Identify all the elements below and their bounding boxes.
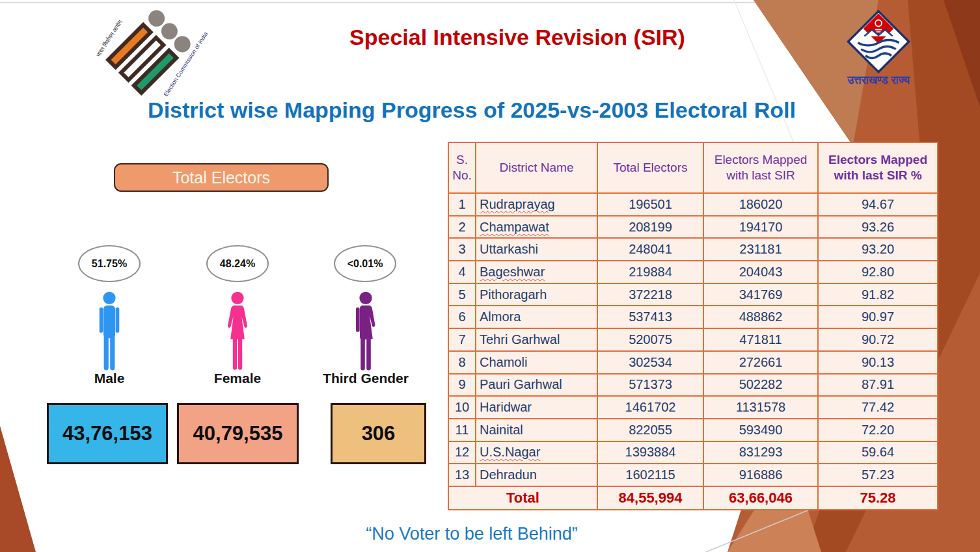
cell-total: 302534 [597,351,703,374]
cell-mapped: 488862 [703,306,818,328]
table-row: 11Nainital82205559349072.20 [448,419,938,441]
uttarakhand-logo-caption: उत्तराखण्ड राज्य [836,74,921,87]
uttarakhand-emblem-icon [839,9,918,74]
cell-total: 248041 [597,238,703,261]
cell-district: Bageshwar [476,261,597,283]
cell-total: 196501 [597,193,703,216]
top-divider-line [0,2,755,3]
cell-sno: 10 [448,396,476,419]
uttarakhand-logo: उत्तराखण्ड राज्य [836,9,921,90]
female-count-box: 40,79,535 [177,403,299,464]
third-gender-percent: <0.01% [347,258,383,270]
footer-quote: “No Voter to be left Behind” [0,524,944,544]
cell-district: Uttarkashi [476,238,597,261]
cell-percent: 90.13 [818,351,938,374]
table-row: 2Champawat20819919417093.26 [448,216,938,239]
total-mapped-sum: 63,66,046 [703,486,818,510]
third-gender-percent-oval: <0.01% [334,245,396,282]
cell-district: Nainital [476,419,597,441]
cell-sno: 11 [448,419,476,441]
cell-percent: 57.23 [818,464,938,486]
male-count: 43,76,153 [62,422,152,445]
total-percent: 75.28 [818,486,938,510]
female-percent: 48.24% [220,258,255,270]
cell-mapped: 186020 [703,193,818,216]
total-electors-label: Total Electors [172,168,270,187]
third-gender-count-box: 306 [331,403,426,464]
third-gender-icon [340,291,392,373]
cell-mapped: 272661 [703,351,818,374]
cell-sno: 6 [448,306,476,328]
cell-mapped: 831293 [703,441,818,464]
cell-sno: 12 [448,441,476,464]
female-icon [211,291,264,373]
cell-percent: 90.97 [818,306,938,328]
female-count: 40,79,535 [193,422,283,445]
cell-sno: 1 [448,193,476,216]
table-header-row: S. No. District Name Total Electors Elec… [448,142,938,193]
cell-percent: 93.20 [818,238,938,261]
male-count-box: 43,76,153 [47,403,168,464]
cell-total: 1393884 [597,441,703,464]
third-gender-label: Third Gender [310,371,421,386]
cell-total: 372218 [597,283,703,306]
cell-district: Pauri Garhwal [476,374,597,397]
table-row: 8Chamoli30253427266190.13 [448,351,938,374]
table-row: 3Uttarkashi24804123118193.20 [448,238,938,261]
cell-percent: 92.80 [818,261,938,283]
cell-district: Rudraprayag [476,193,597,216]
cell-district: Pithoragarh [476,283,597,306]
table-row: 4Bageshwar21988420404392.80 [448,261,938,283]
cell-district: U.S.Nagar [476,441,597,464]
cell-percent: 59.64 [818,441,938,464]
cell-total: 219884 [597,261,703,283]
cell-mapped: 194170 [703,216,818,239]
cell-district: Almora [476,306,597,328]
slide-subtitle: District wise Mapping Progress of 2025-v… [0,98,944,123]
cell-sno: 2 [448,216,476,239]
table-row: 5Pithoragarh37221834176991.82 [448,283,938,306]
cell-total: 1602115 [597,464,703,486]
female-percent-oval: 48.24% [206,245,269,282]
cell-mapped: 916886 [703,464,818,486]
header-sno: S. No. [448,142,476,193]
cell-district: Champawat [476,216,597,239]
table-row: 9Pauri Garhwal57137350228287.91 [448,374,938,397]
eci-logo-bars [105,4,211,110]
header-total-electors: Total Electors [597,142,703,193]
cell-sno: 8 [448,351,476,374]
cell-mapped: 231181 [703,238,818,261]
total-label: Total [448,486,597,510]
header-district: District Name [476,142,597,193]
female-label: Female [182,371,293,386]
table-total-row: Total 84,55,994 63,66,046 75.28 [448,486,938,510]
cell-district: Haridwar [476,396,597,419]
cell-total: 537413 [597,306,703,328]
table-row: 7Tehri Garhwal52007547181190.72 [448,328,938,351]
table-row: 1Rudraprayag19650118602094.67 [448,193,938,216]
male-percent: 51.75% [92,258,127,270]
cell-mapped: 471811 [703,328,818,351]
cell-sno: 3 [448,238,476,261]
male-icon [83,291,135,373]
third-gender-count: 306 [362,422,396,445]
total-electors-button: Total Electors [114,163,329,192]
male-label: Male [54,371,165,386]
cell-percent: 72.20 [818,419,938,441]
cell-percent: 94.67 [818,193,938,216]
cell-percent: 93.26 [818,216,938,239]
cell-sno: 7 [448,328,476,351]
cell-district: Chamoli [476,351,597,374]
cell-total: 208199 [597,216,703,239]
cell-sno: 4 [448,261,476,283]
cell-mapped: 502282 [703,374,818,397]
cell-total: 520075 [597,328,703,351]
header-mapped: Electors Mapped with last SIR [703,142,818,193]
cell-sno: 5 [448,283,476,306]
cell-percent: 87.91 [818,374,938,397]
cell-mapped: 204043 [703,261,818,283]
slide: भारत निर्वाचन आयोग Election Commission o… [0,0,980,552]
cell-percent: 77.42 [818,396,938,419]
eci-logo: भारत निर्वाचन आयोग Election Commission o… [98,14,208,96]
cell-mapped: 593490 [703,419,818,441]
